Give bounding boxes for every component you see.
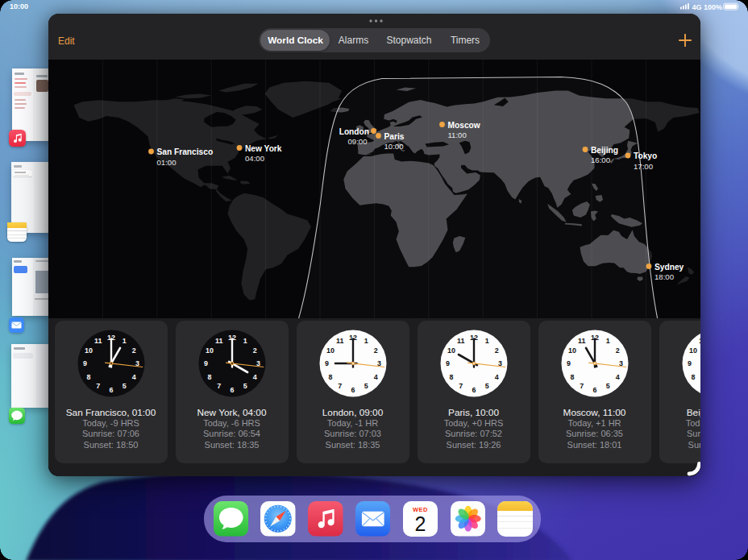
svg-text:6: 6 <box>351 386 355 394</box>
svg-text:4: 4 <box>131 373 135 381</box>
svg-text:8: 8 <box>449 373 453 381</box>
svg-text:16:00: 16:00 <box>591 156 610 164</box>
svg-text:9: 9 <box>446 359 450 367</box>
svg-text:4: 4 <box>373 373 377 381</box>
svg-text:10: 10 <box>84 346 92 355</box>
svg-text:7: 7 <box>217 382 221 390</box>
svg-text:9: 9 <box>204 359 208 367</box>
svg-text:10: 10 <box>447 346 455 355</box>
svg-text:17:00: 17:00 <box>634 162 653 171</box>
svg-text:6: 6 <box>109 386 113 394</box>
svg-text:04:00: 04:00 <box>245 154 264 163</box>
svg-text:10:00: 10:00 <box>384 142 404 151</box>
svg-text:9: 9 <box>567 359 571 367</box>
svg-text:2: 2 <box>131 346 135 355</box>
svg-text:8: 8 <box>328 373 332 381</box>
svg-text:2: 2 <box>494 346 498 355</box>
svg-text:Sydney: Sydney <box>654 263 684 272</box>
svg-text:5: 5 <box>364 382 368 390</box>
svg-text:1: 1 <box>122 337 126 345</box>
svg-text:1: 1 <box>484 337 488 345</box>
svg-text:7: 7 <box>96 382 100 390</box>
svg-text:4G: 4G <box>692 3 702 11</box>
svg-text:11: 11 <box>94 337 102 345</box>
svg-text:5: 5 <box>484 382 488 390</box>
svg-text:10: 10 <box>567 346 576 355</box>
svg-text:10: 10 <box>326 346 334 355</box>
svg-text:11: 11 <box>336 337 343 345</box>
svg-text:10: 10 <box>688 346 696 355</box>
svg-text:6: 6 <box>592 386 596 394</box>
svg-text:6: 6 <box>472 386 476 394</box>
svg-text:7: 7 <box>459 382 463 390</box>
svg-text:11: 11 <box>457 337 464 345</box>
svg-text:5: 5 <box>243 382 247 390</box>
svg-text:London: London <box>339 127 369 136</box>
svg-text:8: 8 <box>570 373 574 381</box>
svg-text:7: 7 <box>580 382 584 390</box>
svg-text:4: 4 <box>615 373 619 381</box>
svg-text:Tokyo: Tokyo <box>634 151 657 160</box>
svg-text:11:00: 11:00 <box>448 131 467 139</box>
svg-text:2: 2 <box>252 346 256 355</box>
svg-text:San Francisco: San Francisco <box>157 147 214 156</box>
svg-text:2: 2 <box>373 346 377 355</box>
svg-text:Beijing: Beijing <box>591 146 618 155</box>
svg-text:8: 8 <box>86 373 90 381</box>
svg-text:2: 2 <box>615 346 619 355</box>
svg-text:7: 7 <box>338 382 342 390</box>
svg-text:01:00: 01:00 <box>157 158 177 167</box>
svg-text:Moscow: Moscow <box>448 121 480 130</box>
svg-text:1: 1 <box>243 337 247 345</box>
svg-text:11: 11 <box>578 337 585 345</box>
svg-text:9: 9 <box>83 359 87 367</box>
svg-text:9: 9 <box>325 359 329 367</box>
svg-text:18:00: 18:00 <box>654 272 674 281</box>
svg-text:1: 1 <box>605 337 609 345</box>
svg-text:4: 4 <box>494 373 498 381</box>
svg-text:9: 9 <box>688 359 692 367</box>
svg-text:5: 5 <box>605 382 609 390</box>
svg-text:New York: New York <box>245 144 282 153</box>
svg-text:10: 10 <box>205 346 213 355</box>
svg-text:5: 5 <box>122 382 126 390</box>
svg-text:1: 1 <box>364 337 368 345</box>
svg-text:6: 6 <box>230 386 234 394</box>
svg-text:8: 8 <box>691 373 695 381</box>
svg-text:100%: 100% <box>704 3 722 11</box>
svg-text:11: 11 <box>215 337 222 345</box>
svg-text:Paris: Paris <box>384 132 405 141</box>
svg-text:09:00: 09:00 <box>348 137 368 146</box>
svg-text:8: 8 <box>207 373 211 381</box>
svg-text:4: 4 <box>252 373 256 381</box>
svg-text:11: 11 <box>699 337 700 345</box>
